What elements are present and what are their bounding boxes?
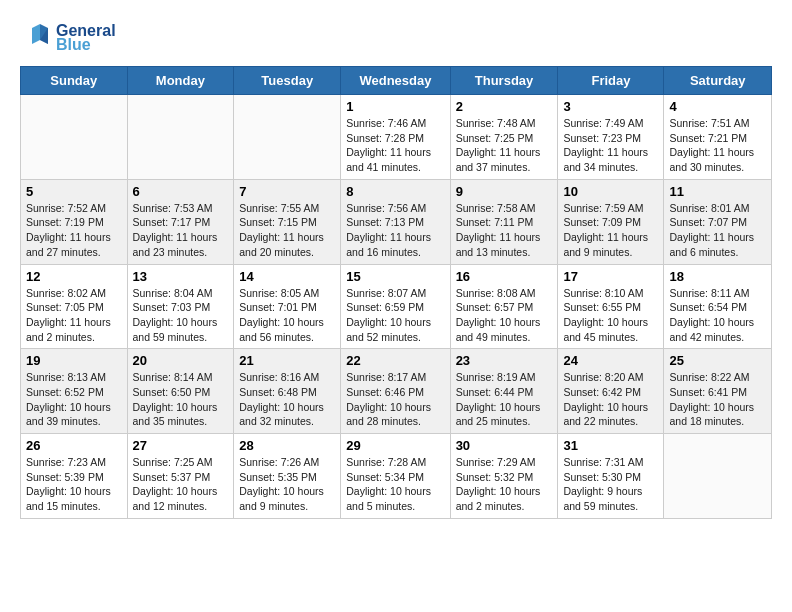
day-number: 31 — [563, 438, 658, 453]
day-number: 10 — [563, 184, 658, 199]
svg-marker-1 — [32, 24, 40, 44]
day-number: 17 — [563, 269, 658, 284]
day-info: Sunrise: 7:56 AM Sunset: 7:13 PM Dayligh… — [346, 201, 444, 260]
day-number: 21 — [239, 353, 335, 368]
day-info: Sunrise: 8:14 AM Sunset: 6:50 PM Dayligh… — [133, 370, 229, 429]
day-number: 24 — [563, 353, 658, 368]
calendar-cell: 16Sunrise: 8:08 AM Sunset: 6:57 PM Dayli… — [450, 264, 558, 349]
day-info: Sunrise: 7:26 AM Sunset: 5:35 PM Dayligh… — [239, 455, 335, 514]
calendar-cell: 15Sunrise: 8:07 AM Sunset: 6:59 PM Dayli… — [341, 264, 450, 349]
calendar-cell: 24Sunrise: 8:20 AM Sunset: 6:42 PM Dayli… — [558, 349, 664, 434]
day-number: 14 — [239, 269, 335, 284]
day-info: Sunrise: 7:58 AM Sunset: 7:11 PM Dayligh… — [456, 201, 553, 260]
day-info: Sunrise: 7:28 AM Sunset: 5:34 PM Dayligh… — [346, 455, 444, 514]
calendar-cell: 10Sunrise: 7:59 AM Sunset: 7:09 PM Dayli… — [558, 179, 664, 264]
day-info: Sunrise: 7:25 AM Sunset: 5:37 PM Dayligh… — [133, 455, 229, 514]
calendar-cell — [664, 434, 772, 519]
day-info: Sunrise: 8:20 AM Sunset: 6:42 PM Dayligh… — [563, 370, 658, 429]
calendar-cell: 20Sunrise: 8:14 AM Sunset: 6:50 PM Dayli… — [127, 349, 234, 434]
calendar-cell: 31Sunrise: 7:31 AM Sunset: 5:30 PM Dayli… — [558, 434, 664, 519]
calendar-cell — [127, 95, 234, 180]
calendar-cell: 1Sunrise: 7:46 AM Sunset: 7:28 PM Daylig… — [341, 95, 450, 180]
day-info: Sunrise: 8:08 AM Sunset: 6:57 PM Dayligh… — [456, 286, 553, 345]
logo-icon — [20, 20, 52, 52]
calendar-cell: 2Sunrise: 7:48 AM Sunset: 7:25 PM Daylig… — [450, 95, 558, 180]
calendar-cell: 19Sunrise: 8:13 AM Sunset: 6:52 PM Dayli… — [21, 349, 128, 434]
day-number: 28 — [239, 438, 335, 453]
calendar-cell: 21Sunrise: 8:16 AM Sunset: 6:48 PM Dayli… — [234, 349, 341, 434]
weekday-header: Friday — [558, 67, 664, 95]
weekday-header: Wednesday — [341, 67, 450, 95]
day-number: 4 — [669, 99, 766, 114]
calendar-header: SundayMondayTuesdayWednesdayThursdayFrid… — [21, 67, 772, 95]
calendar-cell — [234, 95, 341, 180]
day-number: 30 — [456, 438, 553, 453]
calendar-cell: 22Sunrise: 8:17 AM Sunset: 6:46 PM Dayli… — [341, 349, 450, 434]
day-number: 9 — [456, 184, 553, 199]
day-info: Sunrise: 7:48 AM Sunset: 7:25 PM Dayligh… — [456, 116, 553, 175]
day-info: Sunrise: 7:46 AM Sunset: 7:28 PM Dayligh… — [346, 116, 444, 175]
day-info: Sunrise: 8:01 AM Sunset: 7:07 PM Dayligh… — [669, 201, 766, 260]
day-info: Sunrise: 8:05 AM Sunset: 7:01 PM Dayligh… — [239, 286, 335, 345]
day-info: Sunrise: 8:07 AM Sunset: 6:59 PM Dayligh… — [346, 286, 444, 345]
day-info: Sunrise: 8:02 AM Sunset: 7:05 PM Dayligh… — [26, 286, 122, 345]
calendar-cell: 29Sunrise: 7:28 AM Sunset: 5:34 PM Dayli… — [341, 434, 450, 519]
day-info: Sunrise: 8:13 AM Sunset: 6:52 PM Dayligh… — [26, 370, 122, 429]
calendar-cell: 27Sunrise: 7:25 AM Sunset: 5:37 PM Dayli… — [127, 434, 234, 519]
calendar-cell: 4Sunrise: 7:51 AM Sunset: 7:21 PM Daylig… — [664, 95, 772, 180]
day-info: Sunrise: 8:10 AM Sunset: 6:55 PM Dayligh… — [563, 286, 658, 345]
calendar-cell: 7Sunrise: 7:55 AM Sunset: 7:15 PM Daylig… — [234, 179, 341, 264]
day-info: Sunrise: 8:22 AM Sunset: 6:41 PM Dayligh… — [669, 370, 766, 429]
day-info: Sunrise: 7:23 AM Sunset: 5:39 PM Dayligh… — [26, 455, 122, 514]
calendar-cell: 9Sunrise: 7:58 AM Sunset: 7:11 PM Daylig… — [450, 179, 558, 264]
weekday-header: Thursday — [450, 67, 558, 95]
weekday-header: Saturday — [664, 67, 772, 95]
day-info: Sunrise: 7:52 AM Sunset: 7:19 PM Dayligh… — [26, 201, 122, 260]
day-number: 18 — [669, 269, 766, 284]
calendar-cell: 6Sunrise: 7:53 AM Sunset: 7:17 PM Daylig… — [127, 179, 234, 264]
day-info: Sunrise: 7:59 AM Sunset: 7:09 PM Dayligh… — [563, 201, 658, 260]
day-info: Sunrise: 7:55 AM Sunset: 7:15 PM Dayligh… — [239, 201, 335, 260]
day-info: Sunrise: 8:17 AM Sunset: 6:46 PM Dayligh… — [346, 370, 444, 429]
day-number: 29 — [346, 438, 444, 453]
day-number: 2 — [456, 99, 553, 114]
day-info: Sunrise: 8:11 AM Sunset: 6:54 PM Dayligh… — [669, 286, 766, 345]
day-number: 8 — [346, 184, 444, 199]
day-info: Sunrise: 7:53 AM Sunset: 7:17 PM Dayligh… — [133, 201, 229, 260]
calendar-cell: 25Sunrise: 8:22 AM Sunset: 6:41 PM Dayli… — [664, 349, 772, 434]
weekday-header: Tuesday — [234, 67, 341, 95]
page-header: General Blue — [20, 20, 772, 56]
day-number: 25 — [669, 353, 766, 368]
calendar-cell: 12Sunrise: 8:02 AM Sunset: 7:05 PM Dayli… — [21, 264, 128, 349]
day-info: Sunrise: 8:16 AM Sunset: 6:48 PM Dayligh… — [239, 370, 335, 429]
calendar-table: SundayMondayTuesdayWednesdayThursdayFrid… — [20, 66, 772, 519]
day-number: 1 — [346, 99, 444, 114]
calendar-cell: 13Sunrise: 8:04 AM Sunset: 7:03 PM Dayli… — [127, 264, 234, 349]
calendar-cell: 26Sunrise: 7:23 AM Sunset: 5:39 PM Dayli… — [21, 434, 128, 519]
calendar-cell: 30Sunrise: 7:29 AM Sunset: 5:32 PM Dayli… — [450, 434, 558, 519]
day-number: 26 — [26, 438, 122, 453]
day-number: 13 — [133, 269, 229, 284]
logo: General Blue — [20, 20, 116, 56]
calendar-cell: 23Sunrise: 8:19 AM Sunset: 6:44 PM Dayli… — [450, 349, 558, 434]
day-number: 7 — [239, 184, 335, 199]
day-info: Sunrise: 8:04 AM Sunset: 7:03 PM Dayligh… — [133, 286, 229, 345]
calendar-cell: 14Sunrise: 8:05 AM Sunset: 7:01 PM Dayli… — [234, 264, 341, 349]
calendar-cell: 28Sunrise: 7:26 AM Sunset: 5:35 PM Dayli… — [234, 434, 341, 519]
day-info: Sunrise: 8:19 AM Sunset: 6:44 PM Dayligh… — [456, 370, 553, 429]
day-number: 12 — [26, 269, 122, 284]
calendar-cell: 18Sunrise: 8:11 AM Sunset: 6:54 PM Dayli… — [664, 264, 772, 349]
day-number: 20 — [133, 353, 229, 368]
calendar-cell: 8Sunrise: 7:56 AM Sunset: 7:13 PM Daylig… — [341, 179, 450, 264]
weekday-header: Monday — [127, 67, 234, 95]
calendar-cell: 5Sunrise: 7:52 AM Sunset: 7:19 PM Daylig… — [21, 179, 128, 264]
calendar-cell: 3Sunrise: 7:49 AM Sunset: 7:23 PM Daylig… — [558, 95, 664, 180]
day-number: 6 — [133, 184, 229, 199]
day-info: Sunrise: 7:49 AM Sunset: 7:23 PM Dayligh… — [563, 116, 658, 175]
day-number: 16 — [456, 269, 553, 284]
day-info: Sunrise: 7:51 AM Sunset: 7:21 PM Dayligh… — [669, 116, 766, 175]
calendar-cell: 11Sunrise: 8:01 AM Sunset: 7:07 PM Dayli… — [664, 179, 772, 264]
day-number: 19 — [26, 353, 122, 368]
day-number: 5 — [26, 184, 122, 199]
day-number: 23 — [456, 353, 553, 368]
